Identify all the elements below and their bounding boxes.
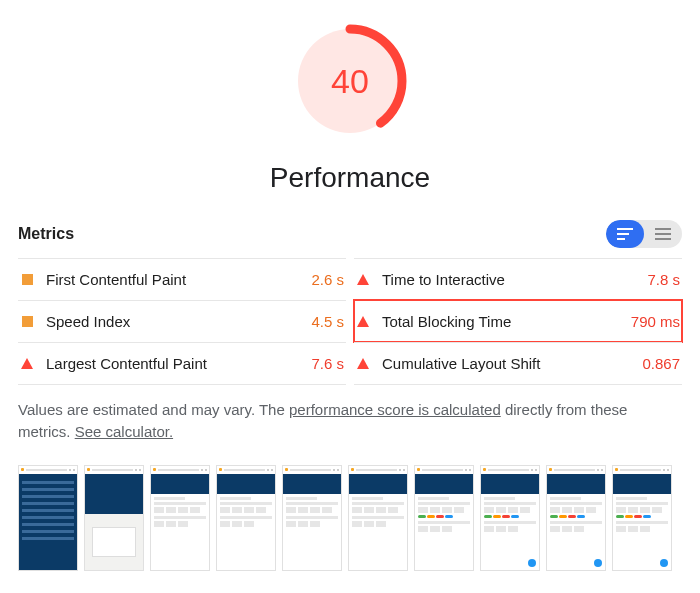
svg-rect-6 xyxy=(655,233,671,235)
metric-row[interactable]: Total Blocking Time790 ms xyxy=(354,300,682,342)
fail-icon xyxy=(20,357,34,371)
filmstrip-frame[interactable] xyxy=(18,465,78,571)
metric-value: 7.6 s xyxy=(311,355,344,372)
metric-label: First Contentful Paint xyxy=(46,271,311,288)
metric-row[interactable]: Largest Contentful Paint7.6 s xyxy=(18,342,346,385)
filmstrip-frame[interactable] xyxy=(546,465,606,571)
metric-label: Largest Contentful Paint xyxy=(46,355,311,372)
metric-value: 0.867 xyxy=(642,355,680,372)
metric-row[interactable]: Speed Index4.5 s xyxy=(18,300,346,342)
score-value: 40 xyxy=(291,22,409,140)
see-calculator-link[interactable]: See calculator. xyxy=(75,423,173,440)
svg-rect-4 xyxy=(617,238,625,240)
metric-value: 2.6 s xyxy=(311,271,344,288)
horizontal-lines-icon xyxy=(617,228,633,240)
filmstrip-frame[interactable] xyxy=(150,465,210,571)
filmstrip-frame[interactable] xyxy=(282,465,342,571)
metric-label: Cumulative Layout Shift xyxy=(382,355,642,372)
svg-rect-3 xyxy=(617,233,629,235)
warn-icon xyxy=(20,315,34,329)
score-calculation-link[interactable]: performance score is calculated xyxy=(289,401,501,418)
metrics-table: First Contentful Paint2.6 sTime to Inter… xyxy=(18,258,682,385)
svg-rect-7 xyxy=(655,238,671,240)
filmstrip-frame[interactable] xyxy=(612,465,672,571)
view-detailed-button[interactable] xyxy=(644,220,682,248)
metric-row[interactable]: Cumulative Layout Shift0.867 xyxy=(354,342,682,385)
view-condensed-button[interactable] xyxy=(606,220,644,248)
metric-value: 7.8 s xyxy=(647,271,680,288)
list-icon xyxy=(655,228,671,240)
metric-value: 4.5 s xyxy=(311,313,344,330)
metric-label: Time to Interactive xyxy=(382,271,647,288)
score-gauge: 40 xyxy=(18,22,682,144)
warn-icon xyxy=(20,273,34,287)
metrics-heading: Metrics xyxy=(18,225,74,243)
metric-value: 790 ms xyxy=(631,313,680,330)
metric-label: Total Blocking Time xyxy=(382,313,631,330)
svg-rect-5 xyxy=(655,228,671,230)
filmstrip-frame[interactable] xyxy=(348,465,408,571)
svg-rect-2 xyxy=(617,228,633,230)
filmstrip xyxy=(18,465,682,571)
metric-label: Speed Index xyxy=(46,313,311,330)
view-toggle xyxy=(606,220,682,248)
filmstrip-frame[interactable] xyxy=(216,465,276,571)
metric-row[interactable]: Time to Interactive7.8 s xyxy=(354,258,682,300)
footnote: Values are estimated and may vary. The p… xyxy=(18,399,682,443)
filmstrip-frame[interactable] xyxy=(414,465,474,571)
metric-row[interactable]: First Contentful Paint2.6 s xyxy=(18,258,346,300)
fail-icon xyxy=(356,315,370,329)
filmstrip-frame[interactable] xyxy=(84,465,144,571)
filmstrip-frame[interactable] xyxy=(480,465,540,571)
fail-icon xyxy=(356,273,370,287)
page-title: Performance xyxy=(18,162,682,194)
fail-icon xyxy=(356,357,370,371)
